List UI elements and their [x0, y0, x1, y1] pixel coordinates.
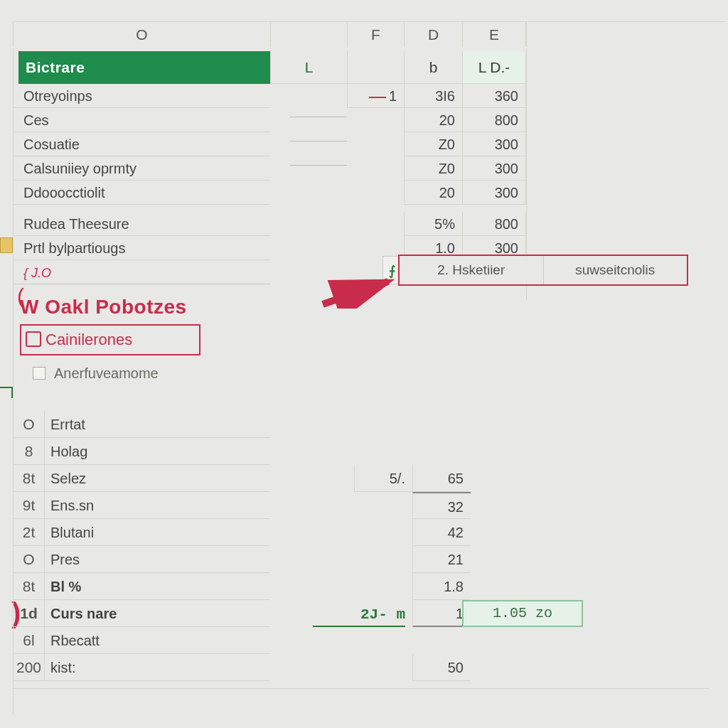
list-row-6[interactable]: 8t Bl %	[13, 573, 270, 600]
list-row-7[interactable]: 1d Curs nare	[13, 600, 270, 627]
cell-row2-name[interactable]: Ces	[13, 108, 270, 132]
column-header-blank[interactable]	[526, 21, 725, 47]
cell-row1-d[interactable]: 3I6	[404, 84, 462, 108]
annotation-highlight-label: Cainilerones	[46, 331, 132, 348]
callout-tab-group: 2. Hsketiier suwseitcnolis	[398, 255, 688, 286]
row-label: kist:	[50, 654, 76, 681]
row-number: 1d	[14, 600, 45, 627]
list-row-8[interactable]: 6l Rbecatt	[13, 627, 270, 654]
row-selector-tab[interactable]	[0, 237, 13, 253]
row-number: 8t	[14, 573, 45, 600]
row-number: 9t	[14, 492, 45, 519]
list-row-7-f[interactable]: 2J- m	[313, 600, 405, 627]
cell-row7-name[interactable]: Prtl bylpartiougs	[13, 236, 270, 260]
row-label: Rbecatt	[50, 627, 100, 654]
callout-tab-1[interactable]: 2. Hsketiier	[400, 256, 544, 284]
row-label: Selez	[50, 465, 86, 492]
annotation-highlight-button[interactable]: Cainilerones	[20, 324, 200, 355]
table-header-label: Bictrare	[18, 51, 270, 84]
cell-row6-e[interactable]: 800	[462, 212, 526, 236]
row-label: Curs nare	[50, 600, 117, 627]
row-label: Holag	[50, 438, 87, 465]
cell-underline	[290, 132, 347, 141]
annotation-secondary-label: Anerfuveamome	[54, 365, 159, 381]
cell-row4-name[interactable]: Calsuniiey oprmty	[13, 156, 270, 181]
grid-line	[13, 688, 710, 689]
row-label: Blutani	[50, 519, 94, 546]
row-number: 8	[14, 438, 45, 465]
column-header-D[interactable]: D	[404, 21, 462, 47]
gutter-mark	[0, 387, 13, 398]
annotation-secondary[interactable]: Anerfuveamome	[33, 365, 159, 382]
list-row-2-f[interactable]: 5/.	[354, 465, 412, 492]
cell-row1-e[interactable]: 360	[462, 84, 526, 108]
row-number: O	[14, 546, 45, 573]
table-header-F	[347, 51, 404, 84]
spreadsheet-viewport[interactable]: O F D E Bictrare L b L D.- Otreyoinps 1 …	[0, 0, 728, 728]
table-header-D: b	[404, 51, 462, 84]
row-number: 6l	[14, 627, 45, 654]
row-number: 8t	[14, 465, 45, 492]
column-header-E[interactable]: E	[462, 21, 526, 47]
box-icon	[33, 367, 46, 380]
cell-row4-d[interactable]: Z0	[404, 156, 462, 181]
list-row-3-d[interactable]: 32	[412, 492, 471, 519]
list-row-5[interactable]: O Pres	[13, 546, 270, 573]
row-number: O	[14, 411, 45, 438]
cell-row6-d[interactable]: 5%	[404, 212, 462, 236]
list-row-9-d[interactable]: 50	[412, 654, 471, 681]
column-header-O[interactable]: O	[13, 21, 270, 47]
cell-underline	[290, 156, 347, 166]
checkbox-icon	[26, 331, 41, 347]
column-header-L[interactable]	[270, 21, 347, 47]
cell-row8-name[interactable]: { J.O	[13, 260, 270, 284]
cell-row3-e[interactable]: 300	[462, 132, 526, 156]
list-row-9[interactable]: 200 kist:	[13, 654, 270, 681]
list-row-2-d[interactable]: 65	[412, 465, 471, 492]
cell-row4-e[interactable]: 300	[462, 156, 526, 181]
svg-line-0	[323, 282, 388, 304]
cell-row6-name[interactable]: Rudea Theesure	[13, 212, 270, 236]
cell-row5-e[interactable]: 300	[462, 181, 526, 205]
cell-row2-d[interactable]: 20	[404, 108, 462, 132]
cell-value: 2J- m	[360, 606, 405, 623]
cell-row3-name[interactable]: Cosuatie	[13, 132, 270, 156]
cell-row5-name[interactable]: Ddooocctiolit	[13, 181, 270, 205]
cell-row8-mark: { J.O	[23, 266, 51, 280]
cell-row1-name[interactable]: Otreyoinps	[13, 84, 270, 108]
list-row-1[interactable]: 8 Holag	[13, 438, 270, 465]
cell-row5-d[interactable]: 20	[404, 181, 462, 205]
table-header-L: L	[270, 51, 347, 84]
cell-value: 1	[389, 88, 397, 104]
list-row-4-d[interactable]: 42	[412, 519, 471, 546]
list-row-4[interactable]: 2t Blutani	[13, 519, 270, 546]
table-header-E: L D.-	[462, 51, 526, 84]
annotation-title: W Oakl Pobotzes	[20, 296, 187, 318]
list-row-3[interactable]: 9t Ens.sn	[13, 492, 270, 519]
row-label: Errtat	[50, 411, 85, 438]
list-row-0[interactable]: O Errtat	[13, 411, 270, 438]
row-label: Pres	[50, 546, 80, 573]
row-label: Ens.sn	[50, 492, 94, 519]
list-row-2[interactable]: 8t Selez	[13, 465, 270, 492]
list-row-6-d[interactable]: 1.8	[412, 573, 471, 600]
row-label: Bl %	[50, 573, 81, 600]
selected-cell[interactable]: 1.05 zo	[462, 600, 583, 627]
cell-row3-d[interactable]: Z0	[404, 132, 462, 156]
row-number: 2t	[14, 519, 45, 546]
row-number: 200	[14, 654, 45, 681]
cell-row2-e[interactable]: 800	[462, 108, 526, 132]
column-header-F[interactable]: F	[347, 21, 404, 47]
cell-underline	[290, 108, 347, 117]
list-row-5-d[interactable]: 21	[412, 546, 471, 573]
callout-tab-2[interactable]: suwseitcnolis	[544, 256, 687, 284]
cell-row1-f[interactable]: 1	[347, 84, 404, 108]
